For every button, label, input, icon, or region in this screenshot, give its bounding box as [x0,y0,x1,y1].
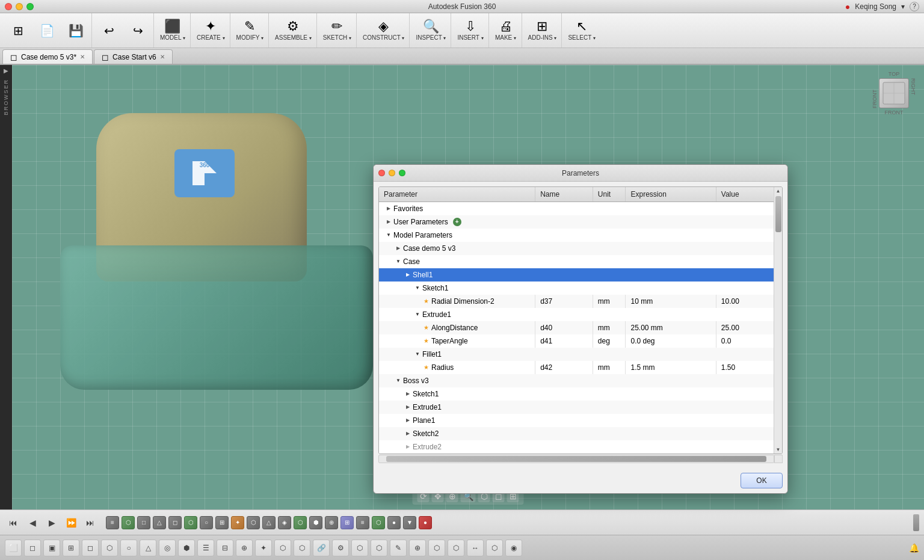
timeline-item[interactable]: ● [387,516,401,529]
status-btn-3[interactable]: ▣ [43,540,60,556]
case-expand-icon[interactable]: ▼ [395,258,402,265]
timeline-item[interactable]: ⊕ [325,516,338,529]
fillet1-expand-icon[interactable]: ▼ [414,351,421,358]
timeline-end-btn[interactable]: ⏭ [82,514,99,531]
scrollbar-up-arrow[interactable]: ▲ [775,187,782,195]
status-btn-4[interactable]: ⊞ [63,540,79,556]
status-btn-26[interactable]: ⬡ [486,540,503,556]
timeline-item[interactable]: ⬡ [372,516,385,529]
create-button[interactable]: ✦ CREATE ▾ [193,16,229,46]
inspect-button[interactable]: 🔍 INSPECT ▾ [412,16,449,46]
status-btn-19[interactable]: ⬡ [351,540,368,556]
minimize-button[interactable] [16,3,23,10]
addins-button[interactable]: ⊞ ADD-INS ▾ [525,16,561,46]
table-row[interactable]: ★ Radius d42 mm 1.5 mm 1.50 [379,361,774,374]
status-btn-15[interactable]: ⬡ [274,540,291,556]
redo-button[interactable]: ↪ [123,16,152,46]
save-button[interactable]: 💾 [61,16,90,46]
timeline-scrubber[interactable] [913,514,919,531]
user-name[interactable]: Keqing Song [855,2,896,11]
model-button[interactable]: ⬛ MODEL ▾ [156,16,189,46]
timeline-item-active[interactable]: ● [419,516,432,529]
timeline-item[interactable]: ≡ [106,516,119,529]
along-dist-expr[interactable]: 25.00 mm [626,321,716,334]
boss-plane1-expand-icon[interactable]: ▶ [404,417,411,424]
grid-button[interactable]: ⊞ [4,16,32,46]
assemble-button[interactable]: ⚙ ASSEMBLE ▾ [271,16,315,46]
status-btn-8[interactable]: △ [140,540,156,556]
modelparams-expand-icon[interactable]: ▼ [385,232,392,239]
h-scrollbar-thumb[interactable] [386,456,766,462]
tab-case-demo[interactable]: ◻ Case demo 5 v3* ✕ [2,49,93,64]
status-btn-20[interactable]: ⬡ [371,540,387,556]
status-btn-12[interactable]: ⊟ [217,540,233,556]
timeline-item[interactable]: ⬡ [122,516,135,529]
status-btn-14[interactable]: ✦ [255,540,272,556]
timeline-item[interactable]: ⬡ [294,516,307,529]
radial-dim-expr[interactable]: 10 mm [626,295,716,308]
table-row[interactable]: ★ AlongDistance d40 mm 25.00 mm 25.00 [379,321,774,334]
status-btn-2[interactable]: ◻ [24,540,41,556]
radius-expr[interactable]: 1.5 mm [626,361,716,374]
status-btn-27[interactable]: ◉ [505,540,522,556]
table-row[interactable]: ★ Radial Dimension-2 d37 mm 10 mm 10.00 [379,295,774,308]
status-btn-10[interactable]: ⬢ [178,540,195,556]
add-user-param-button[interactable]: + [453,218,461,226]
timeline-item[interactable]: ⬡ [184,516,197,529]
status-btn-7[interactable]: ○ [120,540,137,556]
timeline-item[interactable]: ≡ [356,516,369,529]
table-row[interactable]: ▼ Fillet1 [379,348,774,361]
status-btn-18[interactable]: ⚙ [332,540,349,556]
tab-close-2[interactable]: ✕ [160,54,165,60]
boss-extrude1-expand-icon[interactable]: ▶ [404,404,411,411]
table-row[interactable]: ▶ Plane1 [379,414,774,427]
scrollbar-down-arrow[interactable]: ▼ [776,447,781,452]
status-btn-23[interactable]: ⬡ [428,540,445,556]
status-btn-1[interactable]: ⬜ [5,540,22,556]
boss-sketch1-expand-icon[interactable]: ▶ [404,390,411,398]
casedemo-expand-icon[interactable]: ▶ [395,245,402,252]
dialog-close-button[interactable] [378,170,385,176]
status-btn-21[interactable]: ✎ [390,540,407,556]
status-btn-16[interactable]: ⬡ [294,540,310,556]
table-row[interactable]: ▶ User Parameters + [379,215,774,229]
boss-extrude2-expand-icon[interactable]: ▶ [404,443,411,451]
status-btn-24[interactable]: ⬡ [448,540,464,556]
status-btn-6[interactable]: ⬡ [101,540,118,556]
scrollbar-thumb[interactable] [775,196,781,232]
horizontal-scrollbar[interactable] [378,455,774,463]
timeline-item[interactable]: ⊞ [215,516,229,529]
timeline-item[interactable]: △ [262,516,276,529]
timeline-item[interactable]: ✦ [231,516,244,529]
parameters-dialog[interactable]: Parameters Parameter Name Unit Expressio… [373,164,788,494]
undo-button[interactable]: ↩ [94,16,123,46]
construct-button[interactable]: ◈ CONSTRUCT ▾ [359,16,408,46]
table-row[interactable]: ▼ Extrude1 [379,308,774,321]
timeline-item[interactable]: ⊞ [340,516,354,529]
timeline-item[interactable]: ◻ [168,516,182,529]
record-icon[interactable]: ● [845,2,850,11]
status-btn-22[interactable]: ⊕ [409,540,426,556]
dialog-maximize-button[interactable] [399,170,405,176]
timeline-item[interactable]: △ [153,516,166,529]
insert-button[interactable]: ⇩ INSERT ▾ [454,16,487,46]
status-btn-11[interactable]: ☰ [197,540,214,556]
status-btn-13[interactable]: ⊕ [236,540,253,556]
table-row[interactable]: ▶ Case demo 5 v3 [379,242,774,255]
boss-sketch2-expand-icon[interactable]: ▶ [404,430,411,437]
bossv3-expand-icon[interactable]: ▼ [395,377,402,384]
timeline-play-btn[interactable]: ▶ [43,514,60,531]
status-btn-25[interactable]: ↔ [467,540,484,556]
modify-button[interactable]: ✎ MODIFY ▾ [233,16,267,46]
sketch1-expand-icon[interactable]: ▼ [414,285,421,292]
shell1-expand-icon[interactable]: ▶ [404,271,411,278]
timeline-next-btn[interactable]: ⏩ [63,514,79,531]
tab-case-start[interactable]: ◻ Case Start v6 ✕ [94,49,173,64]
select-button[interactable]: ↖ SELECT ▾ [564,16,599,46]
table-row[interactable]: ▶ Sketch2 [379,427,774,440]
table-row[interactable]: ▶ Shell1 [379,268,774,282]
tab-close-1[interactable]: ✕ [80,54,85,60]
help-icon[interactable]: ? [910,2,919,11]
extrude1-expand-icon[interactable]: ▼ [414,311,421,318]
timeline-item[interactable]: ◈ [278,516,291,529]
